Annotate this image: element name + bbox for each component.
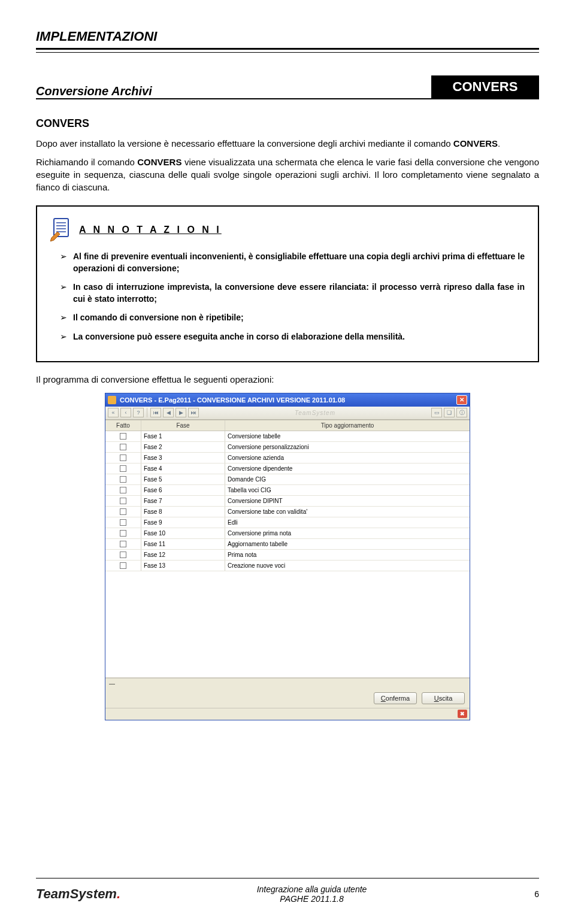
logo-text: TeamSystem — [36, 886, 117, 901]
table-row: Fase 13Creazione nuove voci — [105, 561, 470, 571]
annotation-item: Al fine di prevenire eventuali inconveni… — [62, 251, 525, 274]
cell-tipo: Conversione DIPINT — [225, 496, 470, 506]
table-row: Fase 8Conversione tabe con validita' — [105, 507, 470, 517]
cell-fase: Fase 9 — [141, 517, 225, 528]
nav-first-icon[interactable]: « — [108, 408, 119, 417]
record-first-icon[interactable]: ⏮ — [150, 408, 161, 417]
col-header-fase: Fase — [141, 420, 225, 431]
section-header: Conversione Archivi CONVERS — [36, 75, 539, 98]
divider-thin — [36, 52, 539, 53]
grid-body: Fase 1Conversione tabelleFase 2Conversio… — [105, 431, 470, 571]
checkbox[interactable] — [120, 541, 126, 547]
brand-watermark: TeamSystem — [201, 410, 429, 416]
subhead: CONVERS — [36, 117, 539, 130]
cell-fase: Fase 12 — [141, 550, 225, 560]
cell-fase: Fase 10 — [141, 528, 225, 538]
footer-center: Integrazione alla guida utente PAGHE 201… — [120, 884, 503, 904]
close-icon[interactable]: ✕ — [456, 395, 467, 405]
checkbox[interactable] — [120, 455, 126, 461]
checkbox[interactable] — [120, 552, 126, 558]
annotations-box: A N N O T A Z I O N I Al fine di preveni… — [36, 205, 539, 362]
exit-button[interactable]: Uscita — [422, 692, 465, 704]
annotations-title: A N N O T A Z I O N I — [79, 225, 222, 235]
checkbox[interactable] — [120, 530, 126, 537]
cell-tipo: Edli — [225, 517, 470, 528]
logo-dot-icon: . — [117, 886, 120, 901]
cell-fase: Fase 13 — [141, 561, 225, 571]
info-icon[interactable]: ⓘ — [456, 408, 467, 417]
titlebar-text: CONVERS - E.Pag2011 - CONVERSIONE ARCHIV… — [120, 396, 453, 404]
cell-tipo: Prima nota — [225, 550, 470, 560]
titlebar: CONVERS - E.Pag2011 - CONVERSIONE ARCHIV… — [105, 393, 470, 407]
paragraph-1: Dopo aver installato la versione è neces… — [36, 137, 539, 150]
footer-divider — [36, 878, 539, 878]
cell-fase: Fase 8 — [141, 507, 225, 517]
record-next-icon[interactable]: ▶ — [175, 408, 186, 417]
cancel-icon[interactable]: ✖ — [458, 710, 467, 718]
cell-tipo: Creazione nuove voci — [225, 561, 470, 571]
table-row: Fase 11Aggiornamento tabelle — [105, 539, 470, 550]
toolbar-separator — [147, 408, 147, 417]
footer-line2: PAGHE 2011.1.8 — [280, 894, 343, 904]
grid-header: Fatto Fase Tipo aggiornamento — [105, 420, 470, 431]
table-row: Fase 1Conversione tabelle — [105, 431, 470, 442]
checkbox[interactable] — [120, 476, 126, 483]
cell-fase: Fase 1 — [141, 431, 225, 441]
checkbox[interactable] — [120, 498, 126, 504]
table-row: Fase 9Edli — [105, 517, 470, 528]
annotations-list: Al fine di prevenire eventuali inconveni… — [50, 251, 525, 343]
cell-tipo: Conversione tabe con validita' — [225, 507, 470, 517]
nav-prev-icon[interactable]: ‹ — [120, 408, 131, 417]
cell-tipo: Conversione dipendente — [225, 463, 470, 474]
record-prev-icon[interactable]: ◀ — [163, 408, 174, 417]
section-badge: CONVERS — [431, 75, 539, 98]
grid-empty-area — [105, 571, 470, 678]
cell-tipo: Domande CIG — [225, 474, 470, 484]
checkbox[interactable] — [120, 508, 126, 515]
note-icon[interactable]: ❏ — [444, 408, 455, 417]
app-icon — [108, 396, 116, 404]
p1-end: . — [498, 138, 500, 149]
checkbox[interactable] — [120, 444, 126, 450]
p1-bold: CONVERS — [453, 138, 498, 149]
checkbox[interactable] — [120, 487, 126, 493]
cell-fase: Fase 6 — [141, 485, 225, 495]
button-row: Conferma Uscita — [105, 689, 470, 708]
section-left-title: Conversione Archivi — [36, 84, 152, 98]
checkbox[interactable] — [120, 433, 126, 440]
cell-tipo: Conversione prima nota — [225, 528, 470, 538]
cell-fase: Fase 5 — [141, 474, 225, 484]
col-header-tipo: Tipo aggiornamento — [225, 420, 470, 431]
app-window: CONVERS - E.Pag2011 - CONVERSIONE ARCHIV… — [105, 393, 470, 720]
cell-tipo: Conversione personalizzazioni — [225, 442, 470, 452]
cell-fase: Fase 7 — [141, 496, 225, 506]
annotation-item: Il comando di conversione non è ripetibi… — [62, 312, 525, 324]
notes-icon — [50, 217, 72, 243]
cell-tipo: Aggiornamento tabelle — [225, 539, 470, 549]
record-last-icon[interactable]: ⏭ — [188, 408, 199, 417]
logo: TeamSystem. — [36, 886, 120, 902]
confirm-button[interactable]: Conferma — [374, 692, 417, 704]
checkbox[interactable] — [120, 562, 126, 569]
table-row: Fase 10Conversione prima nota — [105, 528, 470, 539]
status-bar: — — [105, 678, 470, 689]
p2b: CONVERS — [137, 157, 181, 167]
window-footer: ✖ — [105, 708, 470, 720]
page-footer: TeamSystem. Integrazione alla guida uten… — [36, 878, 539, 904]
cell-fase: Fase 2 — [141, 442, 225, 452]
paragraph-2: Richiamando il comando CONVERS viene vis… — [36, 156, 539, 193]
checkbox[interactable] — [120, 519, 126, 526]
help-icon[interactable]: ? — [133, 408, 144, 417]
p1-text: Dopo aver installato la versione è neces… — [36, 138, 453, 149]
annotation-item: La conversione può essere eseguita anche… — [62, 331, 525, 343]
footer-line1: Integrazione alla guida utente — [257, 884, 367, 894]
folder-icon[interactable]: ▭ — [431, 408, 442, 417]
table-row: Fase 4Conversione dipendente — [105, 463, 470, 474]
table-row: Fase 7Conversione DIPINT — [105, 496, 470, 507]
p2a: Richiamando il comando — [36, 157, 137, 167]
confirm-label-rest: onferma — [386, 695, 410, 702]
cell-tipo: Conversione azienda — [225, 453, 470, 463]
table-row: Fase 3Conversione azienda — [105, 453, 470, 463]
checkbox[interactable] — [120, 465, 126, 472]
exit-label-rest: scita — [439, 695, 453, 702]
